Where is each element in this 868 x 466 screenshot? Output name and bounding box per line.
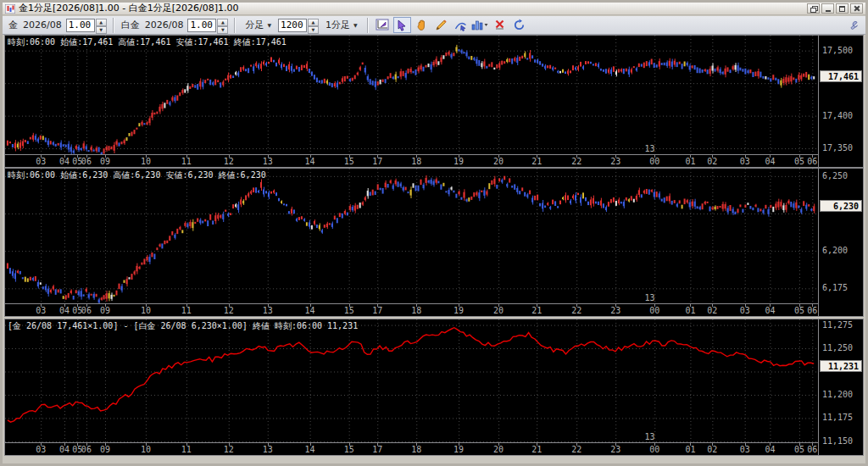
x-tick-label: 04 <box>765 306 775 315</box>
x-tick-label: 19 <box>453 306 464 315</box>
x-tick-label: 03 <box>36 445 46 454</box>
x-tick-label: 04 <box>59 157 70 166</box>
platinum-1min-layer <box>5 169 818 303</box>
platinum-ratio-spinner: ▲▼ <box>187 19 228 32</box>
y-tick-label: 17,350 <box>822 143 853 153</box>
x-tick-label: 02 <box>707 445 717 454</box>
gold-ratio-spinner: ▲▼ <box>66 19 107 32</box>
y-tick-label: 11,175 <box>822 413 853 422</box>
settings-wrench-icon[interactable] <box>843 17 861 33</box>
gold-month-label: 2026/08 <box>23 19 62 31</box>
x-tick-label: 06 <box>81 445 92 454</box>
x-tick-label: 04 <box>765 445 775 454</box>
x-tick-label: 05 <box>794 157 804 166</box>
x-tick-label: 23 <box>610 306 620 315</box>
x-tick-label: 02 <box>707 306 717 315</box>
gold-label: 金 <box>8 19 18 31</box>
platinum-label: 白金 <box>121 19 140 31</box>
platinum-plot-area[interactable]: 時刻:06:00 始値:6,230 高値:6,230 安値:6,230 終値:6… <box>5 169 818 303</box>
x-tick-label: 15 <box>344 157 354 166</box>
spin-up-icon[interactable]: ▲ <box>308 19 319 26</box>
pan-hand-icon[interactable] <box>413 17 431 33</box>
x-tick-label: 03 <box>740 445 750 454</box>
y-tick-label: 17,500 <box>822 46 853 55</box>
x-tick-label: 09 <box>100 445 110 454</box>
y-tick-label: 11,275 <box>822 320 853 330</box>
x-tick-label: 17 <box>372 306 382 315</box>
x-tick-label: 11 <box>181 157 192 166</box>
x-tick-label: 01 <box>685 445 695 454</box>
minimize-icon[interactable] <box>821 3 834 14</box>
spread-time-axis: 0304050609101112131415171819202122230001… <box>5 442 818 455</box>
x-tick-label: 03 <box>36 157 46 166</box>
trendline-pointer-icon[interactable] <box>452 17 470 33</box>
chart-type-icon[interactable] <box>471 17 489 33</box>
x-tick-label: 04 <box>59 306 70 315</box>
platinum-price-axis: 6,2506,2006,1756,230 <box>818 169 863 316</box>
chevron-down-icon: ▼ <box>353 22 358 28</box>
y-tick-label: 6,250 <box>822 171 848 180</box>
axis-settings-icon[interactable] <box>374 17 392 33</box>
spin-up-icon[interactable]: ▲ <box>217 19 228 26</box>
gold-1min-layer <box>5 36 818 154</box>
x-tick-label: 19 <box>453 157 464 166</box>
spread-price-axis: 11,27511,25011,20011,17511,15011,231 <box>818 319 863 455</box>
x-tick-label: 21 <box>531 445 542 454</box>
spin-down-icon[interactable]: ▼ <box>217 26 228 34</box>
x-tick-label: 05 <box>794 445 804 454</box>
platinum-ratio-input[interactable] <box>187 19 216 32</box>
current-price-tag: 11,231 <box>820 360 862 372</box>
x-tick-label: 20 <box>493 306 504 315</box>
platinum-ohlc-readout: 時刻:06:00 始値:6,230 高値:6,230 安値:6,230 終値:6… <box>8 169 266 181</box>
gold-plot-area[interactable]: 時刻:06:00 始値:17,461 高値:17,461 安値:17,461 終… <box>5 36 818 154</box>
x-tick-label: 12 <box>224 445 234 454</box>
x-tick-label: 22 <box>571 445 581 454</box>
bar-type-dropdown[interactable]: 分足 ▼ <box>242 18 274 32</box>
x-tick-label: 15 <box>344 306 354 315</box>
x-tick-label: 11 <box>181 445 192 454</box>
restore-icon[interactable] <box>807 3 820 14</box>
gold-price-axis: 17,50017,40017,35017,461 <box>818 36 863 167</box>
spin-down-icon[interactable]: ▼ <box>308 26 319 34</box>
bar-type-label: 分足 <box>245 19 264 31</box>
current-price-tag: 6,230 <box>820 200 862 212</box>
x-tick-label: 13 <box>263 157 273 166</box>
x-tick-label: 21 <box>531 306 542 315</box>
separator <box>367 18 369 33</box>
bar-count-input[interactable] <box>278 19 307 32</box>
gold-ratio-input[interactable] <box>66 19 95 32</box>
delete-drawing-icon[interactable] <box>491 17 509 33</box>
x-tick-label: 10 <box>141 445 151 454</box>
x-tick-label: 00 <box>649 445 659 454</box>
x-tick-label: 20 <box>493 445 504 454</box>
interval-dropdown[interactable]: 1分足 ▼ <box>323 18 360 32</box>
x-tick-label: 10 <box>141 306 151 315</box>
x-tick-label: 23 <box>610 445 620 454</box>
platinum-chart-panel: 時刻:06:00 始値:6,230 高値:6,230 安値:6,230 終値:6… <box>4 168 864 317</box>
x-tick-label: 06 <box>807 445 817 454</box>
x-tick-label: 17 <box>372 157 382 166</box>
spread-readout: [金 26/08 17,461×1.00] - [白金 26/08 6,230×… <box>8 320 358 332</box>
refresh-icon[interactable] <box>510 17 528 33</box>
y-tick-label: 11,150 <box>822 436 853 446</box>
spin-up-icon[interactable]: ▲ <box>96 19 107 26</box>
x-tick-label: 06 <box>807 157 817 166</box>
x-tick-label: 20 <box>493 157 504 166</box>
draw-pencil-icon[interactable] <box>432 17 450 33</box>
x-tick-label: 11 <box>181 306 192 315</box>
maximize-icon[interactable] <box>836 3 849 14</box>
app-window: 金1分足[2026/08]1.00 - 白金1分足[2026/08]1.00 金… <box>0 0 868 466</box>
current-price-tag: 17,461 <box>820 70 862 82</box>
spread-plot-area[interactable]: [金 26/08 17,461×1.00] - [白金 26/08 6,230×… <box>5 319 818 442</box>
date-label: 13 <box>644 144 654 153</box>
x-tick-label: 01 <box>685 306 695 315</box>
x-tick-label: 12 <box>224 306 234 315</box>
x-tick-label: 18 <box>411 445 421 454</box>
select-cursor-icon[interactable] <box>393 17 411 33</box>
x-tick-label: 15 <box>344 445 354 454</box>
x-tick-label: 14 <box>305 157 315 166</box>
close-icon[interactable] <box>850 3 863 14</box>
spin-down-icon[interactable]: ▼ <box>96 26 107 34</box>
x-tick-label: 13 <box>263 445 273 454</box>
platinum-month-label: 2026/08 <box>145 19 184 31</box>
